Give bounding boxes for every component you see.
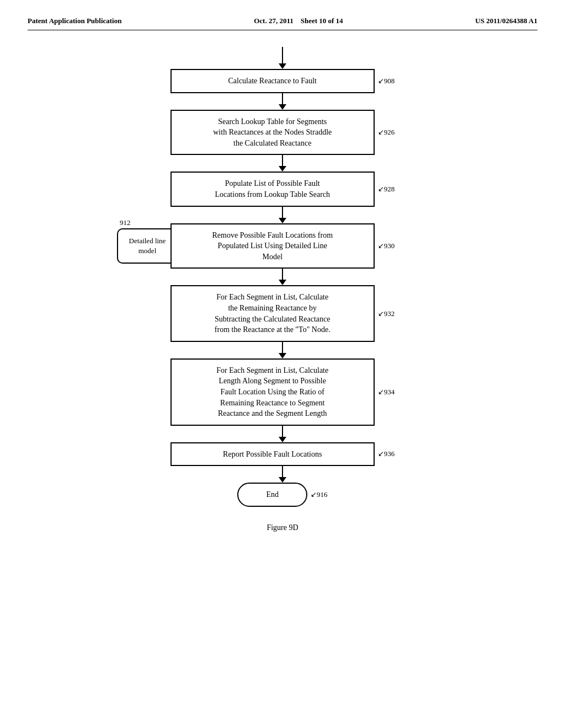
arrow-6 [279, 426, 286, 442]
box-934-row: For Each Segment in List, CalculateLengt… [170, 358, 395, 426]
box-930-section: 912 Detailed linemodel Remove Possible F… [117, 223, 448, 269]
box-926-row: Search Lookup Table for Segmentswith Rea… [170, 110, 395, 156]
header-left: Patent Application Publication [28, 17, 121, 25]
arrow-1 [279, 93, 286, 110]
end-row: End ↙916 [237, 483, 327, 507]
header-center: Oct. 27, 2011 Sheet 10 of 14 [254, 17, 343, 25]
arrow-5 [279, 342, 286, 358]
box-928: Populate List of Possible FaultLocations… [170, 172, 375, 206]
arrow-2 [279, 155, 286, 172]
box-926-text: Search Lookup Table for Segmentswith Rea… [213, 117, 332, 147]
box-930-row: Remove Possible Fault Locations fromPopu… [170, 223, 395, 269]
arrow-3 [279, 207, 286, 223]
box-930: Remove Possible Fault Locations fromPopu… [170, 223, 375, 269]
box-928-row: Populate List of Possible FaultLocations… [170, 172, 395, 206]
label-932: ↙932 [378, 309, 395, 318]
label-936: ↙936 [378, 449, 395, 458]
box-934-text: For Each Segment in List, CalculateLengt… [216, 366, 328, 417]
figure-caption: Figure 9D [28, 523, 537, 532]
box-928-text: Populate List of Possible FaultLocations… [215, 179, 330, 199]
page-header: Patent Application Publication Oct. 27, … [28, 17, 537, 30]
box-908-text: Calculate Reactance to Fault [228, 77, 317, 85]
box-908-row: Calculate Reactance to Fault ↙908 [170, 69, 395, 93]
box-932-row: For Each Segment in List, Calculatethe R… [170, 285, 395, 341]
header-right: US 2011/0264388 A1 [475, 17, 537, 25]
label-930: ↙930 [378, 242, 395, 250]
box-932: For Each Segment in List, Calculatethe R… [170, 285, 375, 341]
detailed-line-model-text: Detailed linemodel [129, 237, 166, 255]
box-930-text: Remove Possible Fault Locations fromPopu… [212, 231, 333, 261]
box-936-text: Report Possible Fault Locations [223, 450, 322, 458]
box-926: Search Lookup Table for Segmentswith Rea… [170, 110, 375, 156]
label-934: ↙934 [378, 388, 395, 397]
label-908: ↙908 [378, 77, 395, 85]
label-912: 912 [120, 218, 131, 227]
box-936: Report Possible Fault Locations [170, 442, 375, 467]
page: Patent Application Publication Oct. 27, … [0, 0, 565, 728]
end-ellipse: End [237, 483, 307, 507]
label-end: ↙916 [311, 490, 328, 499]
box-908: Calculate Reactance to Fault [170, 69, 375, 93]
box-932-text: For Each Segment in List, Calculatethe R… [215, 293, 331, 334]
arrow-7 [279, 466, 286, 483]
arrow-4 [279, 269, 286, 285]
box-934: For Each Segment in List, CalculateLengt… [170, 358, 375, 426]
end-text: End [266, 490, 279, 499]
side-box-912-wrapper: 912 Detailed linemodel [117, 228, 178, 264]
box-936-row: Report Possible Fault Locations ↙936 [170, 442, 395, 467]
label-926: ↙926 [378, 128, 395, 137]
flowchart: Calculate Reactance to Fault ↙908 Search… [28, 47, 537, 507]
detailed-line-model-box: Detailed linemodel [117, 228, 178, 264]
label-928: ↙928 [378, 185, 395, 194]
initial-arrow [279, 47, 286, 69]
